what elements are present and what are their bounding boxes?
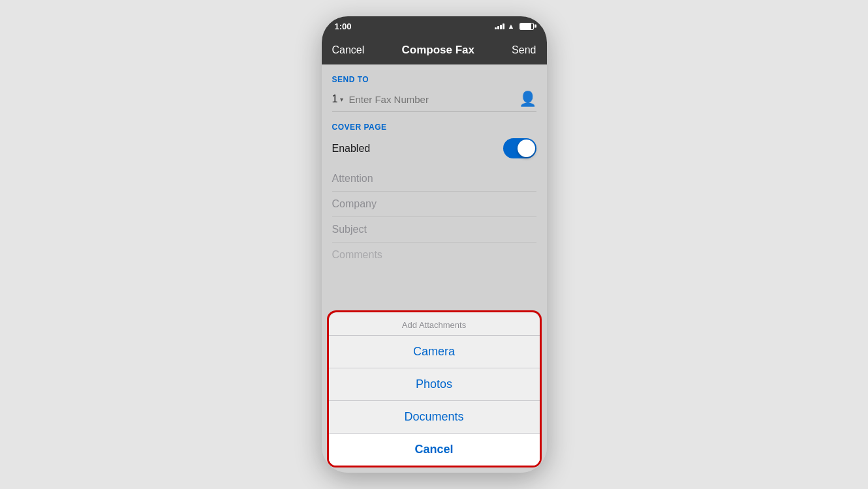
- fax-input-row: 1 ▾ 👤: [332, 91, 536, 112]
- company-label: Company: [332, 198, 377, 209]
- contact-icon[interactable]: 👤: [519, 91, 536, 108]
- chevron-down-icon: ▾: [340, 96, 343, 103]
- enabled-label: Enabled: [332, 143, 371, 155]
- status-bar: 1:00 ▲: [322, 16, 547, 36]
- country-code-value: 1: [332, 93, 338, 105]
- cancel-nav-button[interactable]: Cancel: [332, 44, 365, 56]
- attention-label: Attention: [332, 173, 373, 184]
- comments-label: Comments: [332, 249, 382, 260]
- action-sheet-menu: Add Attachments Camera Photos Documents …: [329, 312, 540, 466]
- action-sheet-cancel-button[interactable]: Cancel: [329, 433, 540, 466]
- nav-bar: Cancel Compose Fax Send: [322, 36, 547, 65]
- action-sheet-documents[interactable]: Documents: [329, 400, 540, 433]
- cover-page-toggle[interactable]: [503, 138, 536, 158]
- cover-page-section: COVER PAGE Enabled Attention Company Sub…: [332, 123, 536, 267]
- status-time: 1:00: [335, 22, 352, 31]
- send-to-section: SEND TO 1 ▾ 👤: [332, 75, 536, 112]
- battery-icon: [519, 23, 534, 30]
- subject-field[interactable]: Subject: [332, 217, 536, 243]
- send-nav-button[interactable]: Send: [512, 44, 536, 56]
- wifi-icon: ▲: [508, 22, 515, 30]
- action-sheet: Add Attachments Camera Photos Documents …: [327, 310, 542, 467]
- nav-title: Compose Fax: [401, 44, 474, 57]
- send-to-label: SEND TO: [332, 75, 536, 84]
- action-sheet-photos[interactable]: Photos: [329, 368, 540, 400]
- attention-field[interactable]: Attention: [332, 166, 536, 192]
- signal-icon: [495, 23, 504, 29]
- status-icons: ▲: [495, 22, 534, 30]
- phone-frame: 1:00 ▲ Cancel Compose Fax Send SEND TO: [322, 16, 547, 473]
- subject-label: Subject: [332, 224, 367, 235]
- cover-page-row: Enabled: [332, 138, 536, 158]
- action-sheet-overlay: Add Attachments Camera Photos Documents …: [322, 305, 547, 473]
- country-code-selector[interactable]: 1 ▾: [332, 93, 344, 105]
- action-sheet-title: Add Attachments: [329, 312, 540, 335]
- toggle-thumb: [518, 140, 535, 157]
- action-sheet-camera[interactable]: Camera: [329, 335, 540, 368]
- company-field[interactable]: Company: [332, 192, 536, 217]
- comments-field[interactable]: Comments: [332, 243, 536, 267]
- cover-page-label: COVER PAGE: [332, 123, 536, 132]
- fax-number-input[interactable]: [349, 94, 518, 105]
